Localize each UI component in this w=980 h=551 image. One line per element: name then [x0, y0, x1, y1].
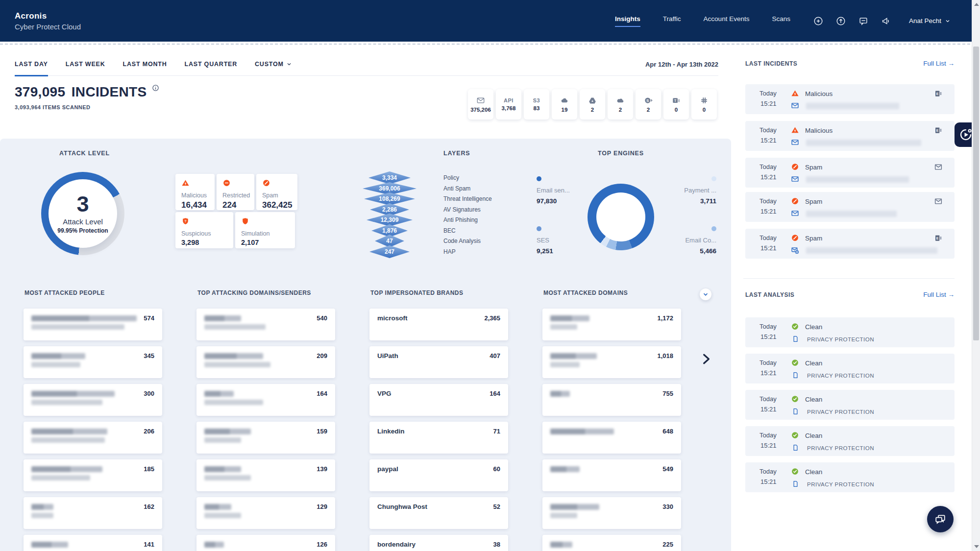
top-engines-donut[interactable] — [588, 184, 654, 250]
list-item[interactable]: 225 — [542, 535, 681, 551]
source-sharepoint-card[interactable]: S2 — [636, 89, 661, 120]
stat-value: 16,434 — [181, 200, 209, 210]
stat-card-restricted[interactable]: Restricted 224 — [217, 174, 254, 210]
analysis-row[interactable]: Today 15:21 Clean PRIVACY PROTECTION — [745, 426, 955, 456]
tab-last-quarter[interactable]: LAST QUARTER — [185, 58, 238, 75]
list-item[interactable]: 345 — [24, 346, 162, 378]
collapse-section-button[interactable] — [700, 288, 711, 300]
envelope-globe-icon — [790, 246, 800, 254]
list-item[interactable]: 159 — [196, 422, 335, 454]
nav-scans[interactable]: Scans — [772, 15, 790, 27]
incident-row[interactable]: Today 15:21 Malicious E — [745, 84, 955, 114]
source-s3-card[interactable]: S383 — [524, 89, 549, 120]
list-item[interactable]: paypal 60 — [369, 459, 508, 491]
list-item[interactable]: 330 — [542, 497, 681, 529]
info-icon[interactable] — [152, 84, 159, 92]
analysis-time: 15:21 — [760, 369, 777, 377]
list-item[interactable]: 1,018 — [542, 346, 681, 378]
warning-triangle-icon — [181, 179, 190, 187]
list-item-count: 345 — [144, 352, 154, 359]
analysis-row[interactable]: Today 15:21 Clean PRIVACY PROTECTION — [745, 390, 955, 420]
feedback-icon[interactable] — [858, 16, 869, 26]
list-item[interactable]: 549 — [542, 459, 681, 491]
source-salesforce-card[interactable]: 2 — [608, 89, 633, 120]
list-item[interactable]: 209 — [196, 346, 335, 378]
svg-text:E: E — [936, 237, 939, 240]
incident-type: Spam — [805, 198, 822, 205]
last-incidents-full-list-link[interactable]: Full List → — [923, 60, 955, 67]
list-item[interactable]: UiPath 407 — [369, 346, 508, 378]
stat-card-malicious[interactable]: Malicious 16,434 — [175, 174, 215, 210]
tab-last-week[interactable]: LAST WEEK — [66, 58, 105, 75]
upload-icon[interactable] — [835, 16, 846, 26]
page-scrollbar[interactable] — [972, 0, 980, 551]
slack-icon — [700, 96, 709, 105]
list-item[interactable]: Linkedin 71 — [369, 422, 508, 454]
list-item[interactable]: 126 — [196, 535, 335, 551]
list-item[interactable]: 540 — [196, 309, 335, 340]
redacted-text-bar — [550, 324, 577, 330]
analysis-row[interactable]: Today 15:21 Clean PRIVACY PROTECTION — [745, 354, 955, 383]
analysis-status: Clean — [805, 323, 822, 331]
nav-insights[interactable]: Insights — [615, 15, 640, 27]
scrollbar-thumb[interactable] — [973, 47, 979, 340]
next-page-arrow[interactable] — [700, 353, 712, 367]
last-analysis-full-list-link[interactable]: Full List → — [923, 291, 955, 298]
user-menu[interactable]: Anat Pecht — [909, 17, 951, 24]
list-item[interactable]: 206 — [24, 422, 162, 454]
source-mail-card[interactable]: 375,206 — [468, 89, 493, 120]
redacted-text-bar — [31, 466, 102, 472]
nav-account-events[interactable]: Account Events — [704, 15, 750, 27]
analysis-row[interactable]: Today 15:21 Clean PRIVACY PROTECTION — [745, 317, 955, 347]
source-onedrive-card[interactable]: 19 — [552, 89, 577, 120]
list-item[interactable]: 300 — [24, 384, 162, 416]
scroll-up-arrow[interactable] — [974, 3, 979, 6]
redacted-text-bar — [550, 315, 589, 321]
source-count: 2 — [591, 107, 594, 113]
list-item[interactable]: 574 — [24, 309, 162, 340]
list-item[interactable]: microsoft 2,365 — [369, 309, 508, 340]
analysis-status: Clean — [805, 359, 822, 367]
stat-card-spam[interactable]: Spam 362,425 — [256, 174, 297, 210]
list-item[interactable]: bordendairy 38 — [369, 535, 508, 551]
incident-row[interactable]: Today 15:21 Spam — [745, 192, 955, 222]
list-item[interactable]: 129 — [196, 497, 335, 529]
legend-dot — [537, 226, 541, 231]
chat-button[interactable] — [927, 506, 954, 532]
stat-card-simulation[interactable]: Simulation 2,107 — [235, 212, 295, 248]
source-google-drive-card[interactable]: 2 — [580, 89, 605, 120]
list-item[interactable]: 185 — [24, 459, 162, 491]
funnel-segment-hap[interactable]: 247 — [353, 245, 426, 258]
tab-custom[interactable]: CUSTOM — [255, 58, 292, 75]
list-item[interactable]: 1,172 — [542, 309, 681, 340]
analysis-row[interactable]: Today 15:21 Clean PRIVACY PROTECTION — [745, 462, 955, 492]
brand-logo[interactable]: Acronis Cyber Protect Cloud — [15, 11, 81, 31]
scroll-down-arrow[interactable] — [974, 545, 979, 548]
redacted-subject-bar — [806, 247, 937, 254]
list-title-top-impersonated-brands: TOP IMPERSONATED BRANDS — [370, 289, 464, 296]
stat-label: Spam — [262, 192, 292, 199]
list-item[interactable]: 139 — [196, 459, 335, 491]
list-item[interactable]: 141 — [24, 535, 162, 551]
source-teams-card[interactable]: T0 — [663, 89, 689, 120]
incident-row[interactable]: Today 15:21 Spam E — [745, 229, 955, 259]
document-icon — [792, 443, 799, 452]
announcements-icon[interactable] — [881, 16, 891, 26]
nav-traffic[interactable]: Traffic — [663, 15, 681, 27]
incident-row[interactable]: Today 15:21 Malicious E — [745, 121, 955, 151]
stat-card-suspicious[interactable]: ? Suspicious 3,298 — [175, 212, 233, 248]
incident-row[interactable]: Today 15:21 Spam — [745, 158, 955, 188]
funnel-diamond[interactable]: 247 — [369, 245, 410, 258]
list-item[interactable]: 648 — [542, 422, 681, 454]
tab-last-month[interactable]: LAST MONTH — [123, 58, 167, 75]
list-item[interactable]: Chunghwa Post 52 — [369, 497, 508, 529]
list-item[interactable]: 162 — [24, 497, 162, 529]
add-icon[interactable] — [813, 16, 824, 26]
list-item[interactable]: 164 — [196, 384, 335, 416]
source-api-card[interactable]: API3,768 — [496, 89, 521, 120]
list-item[interactable]: 755 — [542, 384, 681, 416]
redacted-text-bar — [204, 475, 251, 480]
list-item[interactable]: VPG 164 — [369, 384, 508, 416]
source-slack-card[interactable]: 0 — [691, 89, 717, 120]
tab-last-day[interactable]: LAST DAY — [15, 58, 48, 75]
